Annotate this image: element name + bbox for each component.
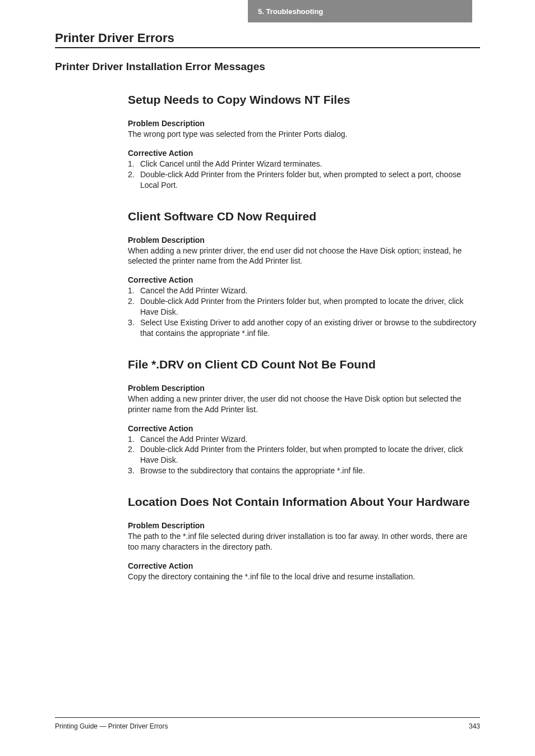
action-text: Cancel the Add Printer Wizard. bbox=[140, 434, 480, 445]
action-text: Double-click Add Printer from the Printe… bbox=[140, 169, 480, 191]
action-num: 1. bbox=[128, 159, 140, 169]
subsection-client-cd-required: Client Software CD Now Required Problem … bbox=[128, 210, 480, 339]
action-text: Double-click Add Printer from the Printe… bbox=[140, 444, 480, 465]
action-num: 1. bbox=[128, 285, 140, 296]
action-num: 3. bbox=[128, 465, 140, 476]
section-title: Printer Driver Installation Error Messag… bbox=[55, 61, 480, 73]
problem-desc: The path to the *.inf file selected duri… bbox=[128, 531, 480, 552]
action-item: 1. Cancel the Add Printer Wizard. bbox=[128, 434, 480, 445]
action-num: 3. bbox=[128, 317, 140, 339]
action-item: 1. Click Cancel until the Add Printer Wi… bbox=[128, 159, 480, 169]
footer-row: Printing Guide — Printer Driver Errors 3… bbox=[55, 722, 480, 730]
footer-page-number: 343 bbox=[469, 722, 480, 730]
action-text: Select Use Existing Driver to add anothe… bbox=[140, 317, 480, 339]
action-text: Double-click Add Printer from the Printe… bbox=[140, 296, 480, 317]
problem-label: Problem Description bbox=[128, 236, 480, 245]
action-list: 1. Click Cancel until the Add Printer Wi… bbox=[128, 159, 480, 191]
action-label: Corrective Action bbox=[128, 275, 480, 284]
subsection-title: Location Does Not Contain Information Ab… bbox=[128, 495, 480, 509]
problem-label: Problem Description bbox=[128, 521, 480, 530]
action-num: 1. bbox=[128, 434, 140, 445]
action-label: Corrective Action bbox=[128, 424, 480, 433]
problem-desc: When adding a new printer driver, the us… bbox=[128, 394, 480, 415]
chapter-title: Printer Driver Errors bbox=[55, 31, 480, 45]
action-desc: Copy the directory containing the *.inf … bbox=[128, 571, 480, 582]
action-item: 2. Double-click Add Printer from the Pri… bbox=[128, 444, 480, 465]
action-num: 2. bbox=[128, 296, 140, 317]
footer-left: Printing Guide — Printer Driver Errors bbox=[55, 722, 168, 730]
subsection-setup-nt-files: Setup Needs to Copy Windows NT Files Pro… bbox=[128, 93, 480, 191]
subsection-location-no-info: Location Does Not Contain Information Ab… bbox=[128, 495, 480, 582]
header-tab-text: 5. Troubleshooting bbox=[258, 7, 323, 16]
footer-divider bbox=[55, 717, 480, 718]
action-list: 1. Cancel the Add Printer Wizard. 2. Dou… bbox=[128, 434, 480, 477]
action-num: 2. bbox=[128, 169, 140, 191]
action-label: Corrective Action bbox=[128, 561, 480, 570]
action-text: Click Cancel until the Add Printer Wizar… bbox=[140, 159, 480, 169]
action-label: Corrective Action bbox=[128, 149, 480, 158]
action-item: 1. Cancel the Add Printer Wizard. bbox=[128, 285, 480, 296]
header-tab: 5. Troubleshooting bbox=[248, 0, 472, 22]
action-item: 2. Double-click Add Printer from the Pri… bbox=[128, 169, 480, 191]
action-num: 2. bbox=[128, 444, 140, 465]
action-text: Browse to the subdirectory that contains… bbox=[140, 465, 480, 476]
action-item: 3. Select Use Existing Driver to add ano… bbox=[128, 317, 480, 339]
action-list: 1. Cancel the Add Printer Wizard. 2. Dou… bbox=[128, 285, 480, 338]
problem-desc: When adding a new printer driver, the en… bbox=[128, 246, 480, 267]
problem-label: Problem Description bbox=[128, 384, 480, 393]
subsection-drv-not-found: File *.DRV on Client CD Count Not Be Fou… bbox=[128, 358, 480, 476]
problem-desc: The wrong port type was selected from th… bbox=[128, 129, 480, 140]
chapter-divider bbox=[55, 47, 480, 48]
action-item: 2. Double-click Add Printer from the Pri… bbox=[128, 296, 480, 317]
subsection-title: File *.DRV on Client CD Count Not Be Fou… bbox=[128, 358, 480, 371]
action-item: 3. Browse to the subdirectory that conta… bbox=[128, 465, 480, 476]
page-footer: Printing Guide — Printer Driver Errors 3… bbox=[55, 717, 480, 730]
problem-label: Problem Description bbox=[128, 119, 480, 128]
subsection-title: Setup Needs to Copy Windows NT Files bbox=[128, 93, 480, 107]
action-text: Cancel the Add Printer Wizard. bbox=[140, 285, 480, 296]
subsection-title: Client Software CD Now Required bbox=[128, 210, 480, 223]
page-content: Printer Driver Errors Printer Driver Ins… bbox=[0, 0, 535, 582]
